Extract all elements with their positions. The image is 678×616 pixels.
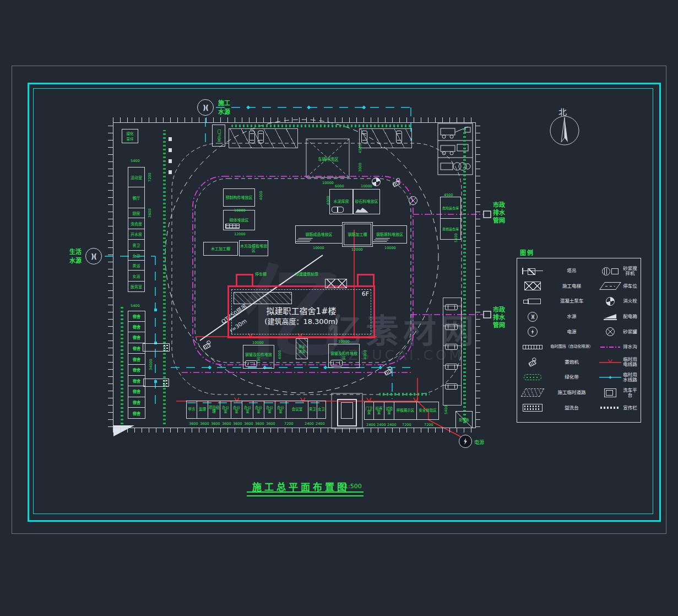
dimension-label: 3600 xyxy=(255,422,264,426)
fence-ticks-right xyxy=(475,122,480,427)
car-glyph xyxy=(245,360,257,367)
power-source-icon xyxy=(528,327,538,337)
south-facility-cell: 标养室 xyxy=(374,402,384,420)
dimension-label: 3600 xyxy=(244,422,253,426)
bulletin-board-strip xyxy=(169,132,172,174)
legend-label: 施工电梯 xyxy=(545,284,598,289)
parking-space-icon xyxy=(599,282,621,290)
legend-symbol-cell xyxy=(520,344,545,350)
legend-symbol-cell xyxy=(598,407,622,409)
fire-hydrant-symbol xyxy=(372,177,381,186)
bulletin-board-icon xyxy=(600,407,620,409)
dimension-label: 12000 xyxy=(234,232,246,236)
dimension-label: 10000 xyxy=(322,181,334,185)
title-underline xyxy=(247,491,364,496)
green-belt-right xyxy=(463,128,466,423)
distribution-box: 配电箱 xyxy=(455,411,473,428)
legend-symbol-cell xyxy=(598,388,622,397)
living-water-source-icon: )( xyxy=(85,248,102,264)
north-arrow xyxy=(550,116,579,145)
municipal-drain-label-2: 市政排水管网 xyxy=(493,306,505,329)
legend-symbol-cell xyxy=(520,388,545,397)
power-source-label: 电源 xyxy=(474,439,484,446)
temp-fence-icon xyxy=(523,344,543,350)
office-cell: 女卫 xyxy=(317,401,326,419)
dimension-label: 2400 xyxy=(366,423,376,427)
storage-box: 砂石料堆放区 xyxy=(353,189,380,214)
legend-label: 雾炮机 xyxy=(545,360,598,365)
dimension-label: 10000 xyxy=(338,339,350,344)
temp-power-line-icon xyxy=(599,360,621,364)
dimension-label: 10000 xyxy=(384,246,396,250)
fence-ticks-top xyxy=(113,117,475,122)
bike-shed xyxy=(234,292,292,304)
mortar-tank-icon xyxy=(606,327,615,336)
legend-symbol-cell xyxy=(598,267,622,275)
south-facility-cell: 样板展示区 xyxy=(394,402,417,420)
car-symbol xyxy=(361,131,367,143)
legend-symbol-cell: )( xyxy=(520,312,545,322)
storage-box: 砌体堆放区 xyxy=(223,210,255,230)
dimension-label: 34000 xyxy=(149,359,153,370)
bike-shed-label: 停车棚 xyxy=(255,271,267,277)
car-symbol xyxy=(445,304,458,310)
mortar-tank-symbol xyxy=(409,196,417,205)
service-room-cell: 女卫 xyxy=(128,251,145,261)
tower-crane-icon xyxy=(522,267,543,275)
fence-ticks-left xyxy=(108,122,113,427)
legend-label: 宣传栏 xyxy=(622,406,638,410)
bags-glyph xyxy=(332,207,344,213)
dimension-label: 10000 xyxy=(313,246,324,250)
legend-symbol-cell xyxy=(520,359,545,365)
dimension-label: 3000 xyxy=(358,163,362,172)
south-facility-cell: 试验室 xyxy=(384,402,394,420)
water-source-icon: )( xyxy=(528,312,538,322)
dimension-label: 4500 xyxy=(444,193,453,197)
legend-label: 砂浆罐 xyxy=(622,329,638,334)
guard-room-label: 门卫室 xyxy=(216,129,221,142)
service-room-cell: 餐厅 xyxy=(128,187,145,208)
legend-symbol-cell xyxy=(598,313,622,320)
dormitory-column: 宿舍宿舍宿舍宿舍宿舍宿舍宿舍宿舍宿舍宿舍 xyxy=(128,311,145,419)
dimension-label: 7200 xyxy=(402,423,411,427)
lawn-label-line2: 草坪 xyxy=(127,136,134,142)
construction-water-source-icon: )( xyxy=(197,99,214,116)
dimension-label: 12000 xyxy=(351,247,363,252)
dimension-label: 3600 xyxy=(148,208,152,218)
dorm-cell: 宿舍 xyxy=(128,397,145,408)
green-belt-icon xyxy=(524,374,541,380)
dimension-label: 5400 xyxy=(444,405,448,414)
service-room-cell: 女浴 xyxy=(128,271,145,282)
legend-label: 洗车平台 xyxy=(622,388,638,398)
legend-symbol-cell xyxy=(520,374,545,380)
rebar-glyph xyxy=(372,237,391,242)
dimension-label: 2400 xyxy=(305,422,314,426)
construction-elevator-symbol xyxy=(325,279,347,288)
office-cell: 办公室 xyxy=(264,401,275,419)
office-cell: 办公室 xyxy=(253,401,264,419)
legend-symbol-cell xyxy=(598,327,622,336)
legend-label: 电源 xyxy=(545,329,598,334)
wash-platform xyxy=(337,399,357,426)
dimension-label: 3600 xyxy=(266,422,275,426)
legend-label: 停车位 xyxy=(622,284,638,289)
green-belt-bottom xyxy=(379,393,430,396)
service-room-cell: 厨房 xyxy=(128,208,145,218)
concrete-pump-truck-icon xyxy=(523,297,543,305)
legend-label: 水源 xyxy=(545,314,598,319)
dimension-label: 10000 xyxy=(252,341,264,345)
flammable-goods-warehouse-label: 易燃品仓库 xyxy=(442,226,459,231)
safety-passage: 安全 通道 xyxy=(296,338,308,359)
construction-water-label: 施工 水源 xyxy=(218,98,230,116)
legend-symbol-cell xyxy=(520,327,545,337)
storage-box: 钢管及扣件堆放区 xyxy=(243,345,274,369)
fence-ticks-bottom xyxy=(113,428,475,433)
dimension-label: 10000 xyxy=(361,184,372,188)
storage-box: 钢筋原料堆放区 xyxy=(372,225,407,244)
dimension-label: 3600 xyxy=(222,422,231,426)
wash-stand-1 xyxy=(143,343,170,352)
dimension-label: 4000 xyxy=(259,191,263,200)
green-belt-left2 xyxy=(121,306,123,424)
wash-platform-icon xyxy=(604,388,616,397)
dimension-label: 3600 xyxy=(189,422,198,426)
